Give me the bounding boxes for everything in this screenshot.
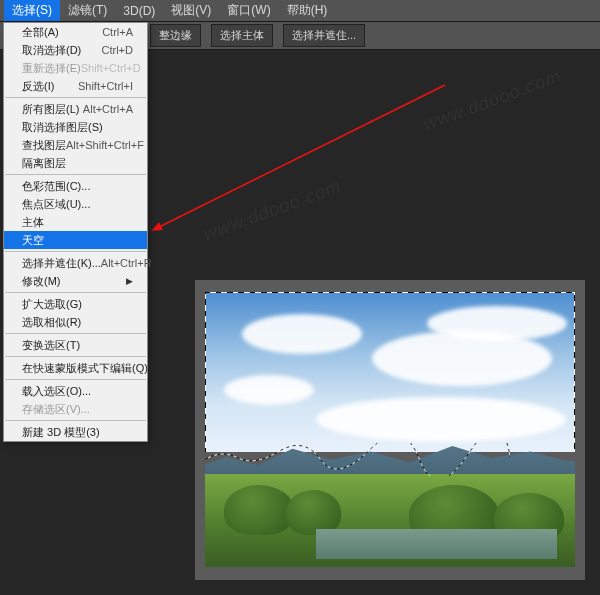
menu-separator — [5, 356, 146, 357]
menu-item: 重新选择(E)Shift+Ctrl+D — [4, 59, 147, 77]
menu-item[interactable]: 反选(I)Shift+Ctrl+I — [4, 77, 147, 95]
menu-item-label: 全部(A) — [22, 25, 59, 40]
menu-item-label: 存储选区(V)... — [22, 402, 90, 417]
menu-separator — [5, 379, 146, 380]
menu-item-label: 隔离图层 — [22, 156, 66, 171]
menu-item[interactable]: 查找图层Alt+Shift+Ctrl+F — [4, 136, 147, 154]
menu-item-shortcut: Alt+Ctrl+A — [83, 103, 133, 115]
menu-item: 存储选区(V)... — [4, 400, 147, 418]
select-menu-dropdown: 全部(A)Ctrl+A取消选择(D)Ctrl+D重新选择(E)Shift+Ctr… — [3, 22, 148, 442]
menu-item[interactable]: 新建 3D 模型(3) — [4, 423, 147, 441]
menu-separator — [5, 292, 146, 293]
menu-item-label: 天空 — [22, 233, 44, 248]
selection-marquee-edge — [205, 443, 510, 476]
image-water — [316, 529, 557, 559]
menu-view[interactable]: 视图(V) — [163, 0, 219, 21]
menu-item-label: 选取相似(R) — [22, 315, 81, 330]
menu-filter[interactable]: 滤镜(T) — [60, 0, 115, 21]
menu-item-label: 载入选区(O)... — [22, 384, 91, 399]
selection-marquee — [205, 292, 575, 452]
menu-item-shortcut: Ctrl+D — [102, 44, 133, 56]
menu-item[interactable]: 取消选择(D)Ctrl+D — [4, 41, 147, 59]
menu-separator — [5, 333, 146, 334]
submenu-arrow-icon: ▶ — [126, 276, 133, 286]
menu-item[interactable]: 选择并遮住(K)...Alt+Ctrl+R — [4, 254, 147, 272]
menu-select[interactable]: 选择(S) — [4, 0, 60, 21]
menu-item-label: 取消选择(D) — [22, 43, 81, 58]
option-select-subject[interactable]: 选择主体 — [211, 24, 273, 47]
menu-item-label: 主体 — [22, 215, 44, 230]
menu-item-shortcut: Shift+Ctrl+I — [78, 80, 133, 92]
menu-item-label: 色彩范围(C)... — [22, 179, 90, 194]
menu-item[interactable]: 主体 — [4, 213, 147, 231]
menu-item-label: 扩大选取(G) — [22, 297, 82, 312]
menu-3d[interactable]: 3D(D) — [115, 2, 163, 20]
menu-item[interactable]: 天空 — [4, 231, 147, 249]
menu-item[interactable]: 变换选区(T) — [4, 336, 147, 354]
menu-item-label: 反选(I) — [22, 79, 54, 94]
menu-item[interactable]: 扩大选取(G) — [4, 295, 147, 313]
menu-separator — [5, 420, 146, 421]
menu-item-shortcut: Shift+Ctrl+D — [81, 62, 141, 74]
menu-item-label: 查找图层 — [22, 138, 66, 153]
option-refine-edge[interactable]: 整边缘 — [150, 24, 201, 47]
menu-item[interactable]: 载入选区(O)... — [4, 382, 147, 400]
menu-separator — [5, 251, 146, 252]
menu-separator — [5, 97, 146, 98]
canvas-panel — [195, 280, 585, 580]
menu-item-label: 焦点区域(U)... — [22, 197, 90, 212]
menu-separator — [5, 174, 146, 175]
menu-item[interactable]: 在快速蒙版模式下编辑(Q) — [4, 359, 147, 377]
menu-item-label: 新建 3D 模型(3) — [22, 425, 100, 440]
menu-item[interactable]: 选取相似(R) — [4, 313, 147, 331]
menu-item-shortcut: Alt+Shift+Ctrl+F — [66, 139, 144, 151]
menu-help[interactable]: 帮助(H) — [279, 0, 336, 21]
menu-item-label: 修改(M) — [22, 274, 61, 289]
menu-bar: 选择(S)滤镜(T)3D(D)视图(V)窗口(W)帮助(H) — [0, 0, 600, 22]
menu-item[interactable]: 色彩范围(C)... — [4, 177, 147, 195]
menu-item-label: 重新选择(E) — [22, 61, 81, 76]
menu-item[interactable]: 所有图层(L)Alt+Ctrl+A — [4, 100, 147, 118]
menu-item[interactable]: 焦点区域(U)... — [4, 195, 147, 213]
menu-item[interactable]: 修改(M)▶ — [4, 272, 147, 290]
menu-item-shortcut: Ctrl+A — [102, 26, 133, 38]
menu-window[interactable]: 窗口(W) — [219, 0, 278, 21]
menu-item-shortcut: Alt+Ctrl+R — [101, 257, 152, 269]
menu-item[interactable]: 隔离图层 — [4, 154, 147, 172]
option-select-and-mask[interactable]: 选择并遮住... — [283, 24, 365, 47]
menu-item-label: 变换选区(T) — [22, 338, 80, 353]
menu-item-label: 取消选择图层(S) — [22, 120, 103, 135]
menu-item-label: 所有图层(L) — [22, 102, 79, 117]
menu-item-label: 在快速蒙版模式下编辑(Q) — [22, 361, 148, 376]
menu-item[interactable]: 取消选择图层(S) — [4, 118, 147, 136]
image-canvas[interactable] — [205, 292, 575, 567]
menu-item-label: 选择并遮住(K)... — [22, 256, 101, 271]
menu-item[interactable]: 全部(A)Ctrl+A — [4, 23, 147, 41]
